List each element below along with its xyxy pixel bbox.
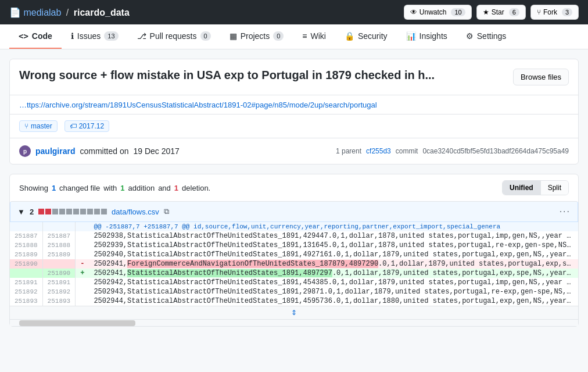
table-row: 251891251891 2502942,StatisticalAbstract… [10,278,578,287]
tab-issues-label: Issues [77,31,101,41]
line-num-new: 251890 [42,269,76,278]
tab-projects[interactable]: ▦ Projects 0 [220,24,293,49]
commit-url-link[interactable]: …ttps://archive.org/stream/1891UsCensusS… [19,101,377,109]
breadcrumb-separator: / [66,8,69,17]
diff-sign [76,278,89,287]
diff-summary-info: Showing 1 changed file with 1 addition a… [19,184,210,192]
projects-icon: ▦ [230,31,237,41]
horizontal-scrollbar[interactable] [19,320,135,326]
tab-security[interactable]: 🔒 Security [335,24,397,49]
line-num-old: 251890 [10,259,42,269]
deletion-count: 1 [174,184,178,192]
diff-content: 2502944,StatisticalAbstractOfTheUnitedSt… [89,296,578,306]
org-link[interactable]: medialab [23,8,61,17]
commit-box: Wrong source + flow mistake in USA exp t… [9,59,579,164]
table-row: 251890-2502941,ForeignCommerceAndNavigat… [10,259,578,269]
diff-content: 2502940,StatisticalAbstractOfTheUnitedSt… [89,250,578,259]
parent-label: 1 parent [336,147,361,155]
expand-toggle-icon[interactable]: ▼ [17,208,25,216]
commit-header: Wrong source + flow mistake in USA exp t… [10,59,578,95]
file-actions: ··· [560,206,571,217]
file-name-link[interactable]: data/flows.csv [112,208,159,216]
table-row: 251888251888 2502939,StatisticalAbstract… [10,241,578,250]
addition-label: addition [128,184,155,192]
star-count: 6 [509,8,519,16]
stat-sq-gray-3 [66,209,72,214]
tab-settings-label: Settings [477,31,507,41]
fork-button[interactable]: ⑂ Fork 3 [530,5,579,20]
file-info: ▼ 2 data/flows.csv ⧉ [17,207,169,216]
line-num-old: 251889 [10,250,42,259]
unwatch-button[interactable]: 👁 Unwatch 10 [404,5,472,20]
more-actions-icon[interactable]: ··· [560,206,571,217]
tab-issues[interactable]: ℹ Issues 13 [62,24,128,49]
main-content: Wrong source + flow mistake in USA exp t… [0,49,588,336]
commit-meta: ⑂ master 🏷 2017.12 [10,115,578,138]
tab-projects-label: Projects [241,31,270,41]
tab-insights[interactable]: 📊 Insights [397,24,457,49]
diff-sign [76,287,89,296]
diff-stat-bar [38,209,107,214]
star-icon: ★ [483,8,489,16]
eye-icon: 👁 [410,8,417,16]
star-button[interactable]: ★ Star 6 [476,5,526,20]
wiki-icon: ≡ [302,31,307,41]
issues-icon: ℹ [71,31,74,41]
code-icon: <> [19,31,28,41]
line-num-old: 251891 [10,278,42,287]
insights-icon: 📊 [406,31,416,41]
avatar-text: p [23,148,27,155]
tag-icon: 🏷 [70,122,77,130]
copy-icon[interactable]: ⧉ [164,207,169,216]
diff-content: 2502943,StatisticalAbstractOfTheUnitedSt… [89,287,578,296]
file-expand-row[interactable]: ⇕ [10,306,578,319]
pull-requests-count: 0 [200,31,211,41]
fork-icon: ⑂ [537,8,541,16]
line-num-new: 251891 [42,278,76,287]
tab-settings[interactable]: ⚙ Settings [457,24,516,49]
diff-sign [76,296,89,306]
pull-requests-icon: ⎇ [137,31,146,41]
diff-content: 2502938,StatisticalAbstractOfTheUnitedSt… [89,231,578,241]
branch-name: master [31,122,52,130]
file-header: ▼ 2 data/flows.csv ⧉ ··· [10,201,578,222]
author-row: p paulgirard committed on 19 Dec 2017 1 … [10,138,578,164]
author-name[interactable]: paulgirard [35,146,75,156]
top-bar: 📄 medialab / ricardo_data 👁 Unwatch 10 ★… [0,0,588,24]
diff-content: 2502941,StatisticalAbstractOfTheUnitedSt… [89,269,578,278]
tab-security-label: Security [358,31,388,41]
commit-title: Wrong source + flow mistake in USA exp t… [19,69,504,82]
stat-sq-gray-7 [94,209,100,214]
hunk-line-num-old [10,222,42,231]
browse-files-button[interactable]: Browse files [513,69,569,85]
tab-code[interactable]: <> Code [9,24,62,49]
branch-badge: ⑂ master [19,120,58,132]
commit-date: 19 Dec 2017 [134,146,180,156]
tab-pull-requests[interactable]: ⎇ Pull requests 0 [128,24,220,49]
tab-wiki[interactable]: ≡ Wiki [293,24,335,49]
diff-sign [76,231,89,241]
and-label: and [158,184,171,192]
line-num-old: 251887 [10,231,42,241]
diff-table: @@ -251887,7 +251887,7 @@ id,source,flow… [10,222,578,306]
parent-sha-link[interactable]: cf255d3 [366,147,391,155]
hunk-line-num-new [42,222,76,231]
expand-icon: ⇕ [291,309,297,317]
diff-sign [76,241,89,250]
unified-view-button[interactable]: Unified [503,181,541,195]
tab-wiki-label: Wiki [311,31,326,41]
tab-code-label: Code [32,31,52,41]
showing-label: Showing [19,184,48,192]
view-toggle: Unified Split [502,180,569,195]
stat-sq-red-2 [45,209,51,214]
diff-content: 2502942,StatisticalAbstractOfTheUnitedSt… [89,278,578,287]
diff-sign [76,250,89,259]
split-view-button[interactable]: Split [541,181,568,195]
table-row: 251892251892 2502943,StatisticalAbstract… [10,287,578,296]
author-action: committed on [80,146,128,156]
avatar: p [19,145,31,157]
changed-count[interactable]: 1 [52,184,56,192]
settings-icon: ⚙ [466,31,474,41]
repo-link[interactable]: ricardo_data [74,8,130,17]
stat-sq-gray-1 [52,209,58,214]
